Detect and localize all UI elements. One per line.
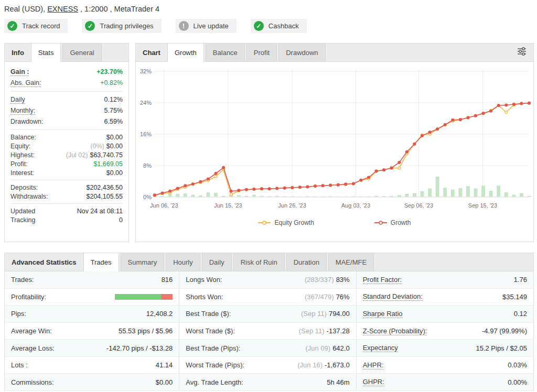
info-tabbar: Info Stats General bbox=[5, 43, 128, 62]
account-type-text: Real (USD), bbox=[4, 5, 47, 13]
info-label: Balance: bbox=[10, 134, 36, 141]
exclamation-circle-icon: ! bbox=[179, 21, 189, 31]
stat-label[interactable]: Z-Score (Probability): bbox=[363, 327, 427, 335]
stat-value-wrap: (283/337)83% bbox=[305, 276, 350, 284]
broker-link[interactable]: EXNESS bbox=[47, 5, 78, 13]
tab-mae-mfe[interactable]: MAE/MFE bbox=[328, 253, 374, 271]
info-value-wrap: $204,105.55 bbox=[86, 193, 123, 200]
account-platform-text: , 1:2000 , MetaTrader 4 bbox=[78, 5, 159, 13]
stat-label: Average Win: bbox=[11, 327, 52, 335]
info-row: Gain :+23.70% bbox=[10, 67, 123, 78]
table-row: Lots :41.14Worst Trade (Pips):(Jun 16)-1… bbox=[5, 357, 533, 374]
stat-label: Worst Trade (Pips): bbox=[186, 361, 244, 369]
tab-duration[interactable]: Duration bbox=[286, 253, 327, 271]
stat-label[interactable]: Profit Factor: bbox=[363, 276, 402, 284]
info-value-wrap: +23.70% bbox=[96, 68, 123, 75]
info-value: +23.70% bbox=[96, 68, 123, 75]
stat-cell: Shorts Won:(367/479)76% bbox=[179, 289, 356, 306]
svg-text:0%: 0% bbox=[143, 194, 152, 200]
stat-value-wrap: (Jun 16)-1,673.0 bbox=[297, 361, 349, 369]
info-value-note: (0%) bbox=[90, 143, 104, 150]
tab-stats[interactable]: Stats bbox=[31, 43, 61, 62]
stat-cell: Sharpe Ratio0.12 bbox=[357, 306, 533, 322]
stat-label[interactable]: Sharpe Ratio bbox=[363, 310, 403, 318]
stat-value: 41.14 bbox=[156, 361, 173, 369]
badge-track-record[interactable]: ✓Track record bbox=[4, 19, 68, 33]
stat-label: Best Trade (Pips): bbox=[186, 344, 240, 352]
stat-value-wrap: -142.70 pips / -$13.28 bbox=[106, 344, 173, 352]
tab-risk-of-ruin[interactable]: Risk of Ruin bbox=[233, 253, 285, 271]
tab-profit[interactable]: Profit bbox=[246, 43, 277, 61]
info-value-wrap: (0%)$0.00 bbox=[90, 143, 123, 150]
stat-value-wrap: 0.12 bbox=[514, 310, 527, 318]
stat-value-note: (283/337) bbox=[305, 276, 334, 284]
info-value: $204,105.55 bbox=[86, 193, 123, 200]
info-label: Drawdown: bbox=[10, 118, 44, 125]
tab-balance[interactable]: Balance bbox=[206, 43, 245, 61]
legend-label: Equity Growth bbox=[274, 219, 314, 226]
stat-value-wrap: 0.00% bbox=[508, 378, 527, 386]
badge-label: Track record bbox=[22, 22, 60, 30]
info-panel: Info Stats General Gain :+23.70%Abs. Gai… bbox=[4, 43, 129, 242]
stat-value-wrap: 15.2 Pips / $2.05 bbox=[476, 344, 527, 352]
tab-summary[interactable]: Summary bbox=[121, 253, 165, 271]
info-label: Equity: bbox=[10, 143, 30, 150]
stat-label[interactable]: AHPR: bbox=[363, 361, 384, 369]
tab-general[interactable]: General bbox=[62, 43, 101, 61]
stat-cell: Longs Won:(283/337)83% bbox=[179, 271, 356, 288]
stats-table: Trades:816Longs Won:(283/337)83%Profit F… bbox=[5, 271, 533, 391]
svg-text:Sep 06, '23: Sep 06, '23 bbox=[404, 202, 433, 209]
info-value-wrap: 6.59% bbox=[104, 118, 123, 125]
legend-item-equity-growth[interactable]: Equity Growth bbox=[258, 219, 314, 226]
stat-value-wrap: (367/479)76% bbox=[305, 293, 350, 301]
svg-text:16%: 16% bbox=[140, 131, 152, 137]
account-title: Real (USD), EXNESS , 1:2000 , MetaTrader… bbox=[4, 5, 159, 13]
stat-label[interactable]: Expectancy bbox=[363, 344, 398, 352]
stat-label: Profitability: bbox=[11, 293, 46, 301]
badge-cashback[interactable]: ✓Cashback bbox=[251, 19, 307, 33]
stat-value: 642.0 bbox=[332, 344, 350, 352]
chart-settings-button[interactable] bbox=[510, 43, 533, 61]
info-row: Abs. Gain:+0.82% bbox=[10, 78, 123, 89]
tab-daily[interactable]: Daily bbox=[202, 253, 232, 271]
info-value: $1,669.05 bbox=[93, 160, 123, 168]
legend-item-growth[interactable]: Growth bbox=[374, 219, 411, 226]
info-label: Highest: bbox=[10, 151, 35, 159]
growth-chart-canvas[interactable]: 0%8%16%24%32%Jun 06, '23Jun 15, '23Jun 2… bbox=[136, 62, 533, 215]
stat-label[interactable]: Standard Deviation: bbox=[363, 292, 423, 301]
stat-label: Average Loss: bbox=[11, 344, 55, 352]
tab-growth[interactable]: Growth bbox=[167, 43, 204, 62]
stat-value-wrap: -4.97 (99.99%) bbox=[482, 327, 527, 335]
stat-cell: Expectancy15.2 Pips / $2.05 bbox=[357, 340, 533, 356]
svg-text:24%: 24% bbox=[140, 100, 152, 106]
info-value: 5.75% bbox=[104, 107, 123, 114]
tab-hourly[interactable]: Hourly bbox=[166, 253, 200, 271]
stat-label[interactable]: GHPR: bbox=[363, 378, 384, 386]
profitability-win-segment bbox=[115, 294, 161, 300]
stat-value-wrap: (Sep 11)-137.28 bbox=[299, 327, 350, 335]
badge-trading-privileges[interactable]: ✓Trading privileges bbox=[82, 19, 161, 33]
badge-live-update[interactable]: !Live update bbox=[176, 19, 237, 33]
table-row: Commissions:$0.00Avg. Trade Length:5h 46… bbox=[5, 374, 533, 391]
info-value-wrap: $0.00 bbox=[106, 169, 123, 177]
info-value: $0.00 bbox=[106, 143, 123, 150]
table-row: Trades:816Longs Won:(283/337)83%Profit F… bbox=[5, 271, 533, 289]
info-value-wrap: +0.82% bbox=[100, 79, 123, 86]
info-label: Updated bbox=[10, 208, 35, 215]
info-label[interactable]: Monthly: bbox=[10, 107, 35, 115]
stat-cell: GHPR:0.00% bbox=[357, 374, 533, 390]
stat-value: -4.97 (99.99%) bbox=[482, 327, 527, 335]
info-label[interactable]: Abs. Gain: bbox=[10, 79, 41, 87]
tab-drawdown[interactable]: Drawdown bbox=[278, 43, 325, 61]
info-label: Withdrawals: bbox=[10, 193, 48, 200]
info-label[interactable]: Gain : bbox=[10, 68, 29, 76]
stat-value-note: (Sep 11) bbox=[299, 327, 325, 335]
tab-trades[interactable]: Trades bbox=[83, 253, 119, 271]
advanced-statistics-panel: Advanced Statistics Trades Summary Hourl… bbox=[4, 253, 534, 391]
info-row: Deposits:$202,436.50 bbox=[10, 183, 123, 192]
info-value: $0.00 bbox=[106, 169, 123, 177]
stat-value-wrap: 41.14 bbox=[156, 361, 173, 369]
info-label[interactable]: Daily bbox=[10, 96, 25, 104]
check-circle-icon: ✓ bbox=[7, 21, 17, 31]
stat-value: 794.00 bbox=[329, 310, 350, 318]
